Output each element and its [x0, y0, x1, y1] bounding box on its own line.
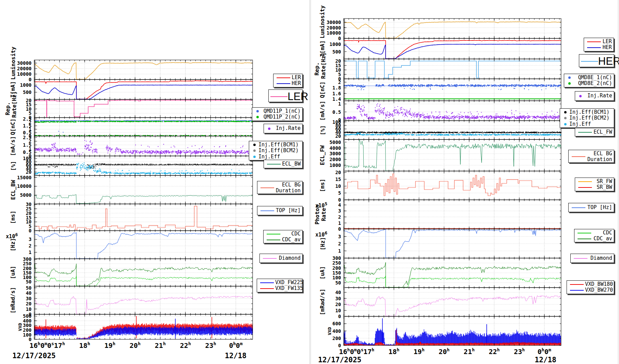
- panel-frame-1-1: [344, 38, 561, 59]
- legend-1-2: QMD8E_1(nC)QMD8E_2(nC): [564, 74, 614, 87]
- legend-item-label: QMD8E_1(nC): [573, 75, 612, 81]
- vgrid-1-3: [369, 79, 544, 101]
- legend-item: SR_BW: [577, 184, 612, 190]
- legend-marker: [251, 156, 258, 158]
- legend-item: TOP [Hz]: [570, 204, 612, 211]
- legend-item: CDC_av: [576, 236, 612, 242]
- xtick-0-7: 23h: [205, 341, 216, 350]
- legend-item-label: Inj.Eff: [569, 121, 612, 127]
- legend-item-label: Inj.Eff(BCM1): [569, 109, 612, 115]
- hgrid-1-11: [344, 292, 561, 311]
- legend-marker: [275, 77, 292, 78]
- ticks-1-8: [344, 200, 561, 229]
- legend-item-label: HER: [292, 81, 301, 86]
- legend-0-0: LERHER: [273, 74, 303, 87]
- legend-item: VXD_FW225: [259, 280, 301, 286]
- legend-marker: [266, 164, 282, 165]
- legend-item-label: Inj.Eff(BCM1): [258, 142, 301, 148]
- panel-frame-0-1: [34, 80, 253, 99]
- legend-item-label: ECL BGDuration: [276, 182, 301, 194]
- legend-item-label: TOP [Hz]: [276, 208, 301, 214]
- series-LER: [344, 40, 561, 59]
- legend-item-label: ECL BGDuration: [587, 151, 612, 163]
- vgrid-1-11: [369, 288, 544, 316]
- vgrid-1-8: [369, 200, 544, 229]
- legend-item-label: CDC_av: [282, 237, 301, 243]
- legend-item: Inj.Eff(BCM1): [562, 109, 612, 115]
- legend-item-label: Diamond: [589, 255, 612, 261]
- legend-item-label: QMD11P_1(nC): [261, 108, 301, 114]
- series-luminosity: [34, 62, 253, 79]
- legend-item: VXD_BW180: [569, 281, 612, 287]
- panel-frame-0-9: [34, 259, 253, 286]
- series-inj-rate: [344, 104, 561, 119]
- legend-marker: [577, 187, 593, 188]
- legend-item-label: Inj.Rate: [272, 125, 301, 131]
- legend-marker: [570, 207, 587, 208]
- axis-title-0-9-0: [uA]: [10, 259, 16, 286]
- hgrid-1-1: [344, 44, 561, 52]
- axis-title-1-10-0: [uA]: [319, 258, 326, 288]
- scale-label-1-8: x105: [303, 201, 327, 209]
- xtick-1-4: 20h: [439, 347, 450, 356]
- series-QMD8E_1: [344, 84, 561, 90]
- legend-item-label: Inj.Rate: [584, 93, 612, 99]
- axis-title-0-6-0: ECL_BW: [10, 175, 16, 204]
- legend-marker: [581, 61, 598, 62]
- hgrid-1-5: [344, 122, 561, 136]
- xtick-1-7: 23h: [514, 347, 525, 356]
- legend-item: LER: [586, 39, 612, 45]
- axis-title-0-5-0: [%]: [10, 156, 16, 175]
- legend-marker: [566, 76, 573, 79]
- xtick-1-6: 22h: [489, 347, 500, 356]
- legend-marker: [577, 132, 593, 133]
- series-top-rate: [34, 233, 253, 259]
- xtick-1-0: 16h0m0s: [339, 347, 364, 356]
- xtick-0-0: 16h0m0s: [29, 341, 54, 350]
- panel-frame-0-8: [34, 231, 253, 259]
- panel-frame-0-2: [34, 99, 253, 118]
- legend-marker: [572, 258, 589, 259]
- hgrid-1-2: [344, 61, 561, 74]
- legend-item-label: Inj.Eff: [258, 154, 301, 160]
- right-edge-divider: [618, 0, 618, 364]
- legend-marker: [577, 181, 593, 182]
- xtick-1-8: 0h0m: [537, 347, 551, 356]
- legend-item-label: CDC_av: [593, 236, 612, 242]
- legend-marker: [251, 144, 258, 146]
- panel-frame-1-0: [344, 19, 561, 38]
- legend-1-7: SR_FWSR_BW: [575, 178, 614, 191]
- vgrid-1-2: [369, 59, 544, 79]
- legend-item-label: VXD_FW225: [275, 280, 303, 286]
- beam-background-monitor-page: { "title": "SuperKEKB / Belle II beam ba…: [0, 0, 619, 364]
- legend-0-5: ECL_BW: [264, 160, 303, 168]
- date-label-right-start: 12/17/2025: [318, 356, 361, 364]
- axis-title-1-5-0: [%]: [319, 121, 326, 139]
- axis-title-0-11-0: VXD: [17, 314, 24, 339]
- panel-frame-1-9: [344, 229, 561, 258]
- legend-item: Inj.Eff: [251, 154, 301, 160]
- axis-title-0-7-0: [ms]: [10, 204, 16, 231]
- ticks-0-8: [34, 231, 253, 259]
- vgrid-0-10: [60, 286, 236, 314]
- legend-marker: [266, 128, 272, 130]
- legend-item: CDC: [265, 231, 301, 237]
- legend-item-label: CDC: [282, 231, 301, 237]
- axis-title-0-3-0: Q[nC]: [10, 118, 16, 136]
- legend-item-label: ECL_BW: [282, 161, 301, 167]
- vgrid-1-10: [369, 258, 544, 288]
- xtick-1-3: 19h: [414, 347, 425, 356]
- legend-item: VXD_BW270: [569, 287, 612, 293]
- legend-item-label: HER: [598, 55, 619, 68]
- hgrid-1-9: [344, 236, 561, 251]
- legend-0-1: LER: [268, 89, 303, 102]
- hgrid-0-9: [34, 264, 253, 282]
- xtick-0-6: 22h: [180, 341, 191, 350]
- series-VXD_BW270: [344, 328, 561, 345]
- legend-item-label: VXD_FW135: [275, 286, 303, 291]
- legend-marker: [270, 96, 288, 97]
- series-diamond: [34, 296, 253, 314]
- ticks-0-6: [34, 175, 253, 204]
- axis-title-1-11-0: [mRad/s]: [319, 288, 326, 316]
- ticks-1-5: [344, 121, 561, 139]
